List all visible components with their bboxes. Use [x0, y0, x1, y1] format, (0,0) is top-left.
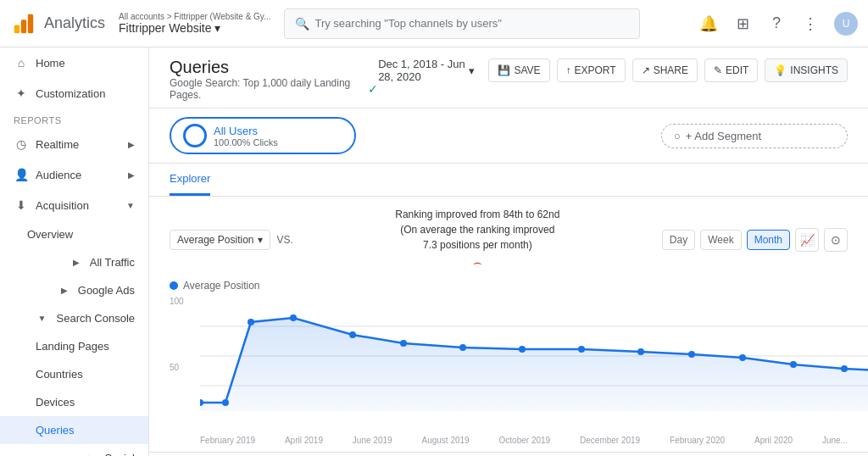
top-bar: Analytics All accounts > Fittripper (Web…: [0, 0, 868, 47]
all-traffic-expand-icon: ▶: [73, 258, 80, 267]
sidebar-item-overview[interactable]: Overview: [0, 220, 148, 248]
edit-button[interactable]: ✎ EDIT: [704, 58, 758, 82]
acquisition-expand-icon: ▼: [126, 201, 135, 210]
sidebar-label-audience: Audience: [36, 169, 81, 181]
sidebar-item-landing-pages[interactable]: Landing Pages: [0, 332, 148, 360]
avatar[interactable]: U: [834, 12, 858, 36]
vs-label: VS.: [277, 234, 293, 246]
sidebar-label-home: Home: [36, 57, 65, 70]
sidebar-label-social: Social: [105, 452, 135, 456]
sidebar-item-customization[interactable]: ✦ Customization: [0, 78, 148, 108]
sidebar-label-all-traffic: All Traffic: [90, 256, 135, 269]
sidebar-label-acquisition: Acquisition: [36, 199, 89, 212]
share-icon: ↗: [642, 64, 650, 76]
sidebar-label-search-console: Search Console: [57, 312, 136, 325]
sidebar-item-all-traffic[interactable]: ▶ All Traffic: [0, 248, 148, 276]
svg-point-18: [790, 361, 797, 368]
sidebar-label-customization: Customization: [36, 87, 105, 100]
all-users-segment[interactable]: All Users 100.00% Clicks: [170, 117, 356, 154]
sidebar-item-acquisition[interactable]: ⬇ Acquisition ▼: [0, 190, 148, 220]
period-week-btn[interactable]: Week: [700, 230, 741, 250]
sidebar-item-social[interactable]: ▶ Social: [0, 444, 148, 456]
search-input[interactable]: [314, 17, 629, 30]
chart-controls: Average Position ▾ VS. Ranking improved …: [170, 207, 848, 273]
sidebar-item-audience[interactable]: 👤 Audience ▶: [0, 159, 148, 190]
add-segment-button[interactable]: ○ + Add Segment: [661, 124, 848, 148]
sidebar-label-countries: Countries: [36, 368, 83, 381]
chart-right-controls: Day Week Month 📈 ⊙: [662, 228, 848, 252]
sidebar-item-realtime[interactable]: ◷ Realtime ▶: [0, 129, 148, 159]
page-header: Queries Google Search: Top 1,000 daily L…: [149, 47, 868, 108]
y-axis: 100 50: [170, 297, 200, 432]
svg-point-7: [222, 399, 229, 406]
insights-icon: 💡: [774, 64, 787, 76]
svg-rect-1: [21, 19, 26, 33]
sidebar-item-home[interactable]: ⌂ Home: [0, 47, 148, 78]
period-day-btn[interactable]: Day: [662, 230, 695, 250]
svg-point-13: [519, 346, 526, 353]
sidebar-label-google-ads: Google Ads: [78, 284, 135, 297]
sidebar-item-countries[interactable]: Countries: [0, 360, 148, 388]
page-subtitle: Google Search: Top 1,000 daily Landing P…: [170, 77, 378, 101]
svg-point-11: [400, 340, 407, 347]
more-icon[interactable]: ⋮: [800, 14, 821, 34]
annotation-text: Ranking improved from 84th to 62nd (On a…: [293, 207, 662, 273]
notification-icon[interactable]: 🔔: [698, 14, 719, 34]
google-ads-expand-icon: ▶: [61, 286, 68, 295]
chart-wrapper: 100 50: [170, 297, 848, 432]
analytics-logo-icon: [10, 10, 37, 37]
layout: ⌂ Home ✦ Customization REPORTS ◷ Realtim…: [0, 47, 868, 456]
account-path: All accounts > Fittripper (Website & Gy.…: [119, 12, 270, 21]
page-title: Queries: [170, 58, 378, 77]
svg-point-10: [349, 331, 356, 338]
chart-section: Average Position ▾ VS. Ranking improved …: [149, 197, 868, 453]
search-bar[interactable]: 🔍: [284, 8, 640, 39]
apps-grid-icon[interactable]: ⊞: [732, 14, 753, 34]
sidebar-item-google-ads[interactable]: ▶ Google Ads: [0, 276, 148, 304]
svg-point-16: [688, 351, 695, 358]
export-icon: ↑: [566, 64, 571, 76]
sidebar-label-realtime: Realtime: [36, 138, 79, 151]
insights-button[interactable]: 💡 INSIGHTS: [765, 58, 848, 82]
svg-point-17: [739, 354, 746, 361]
customization-icon: ✦: [14, 86, 29, 101]
motion-chart-icon[interactable]: ⊙: [824, 228, 848, 252]
save-icon: 💾: [498, 64, 510, 76]
metric-select[interactable]: Average Position ▾: [170, 230, 270, 250]
segment-bar: All Users 100.00% Clicks ○ + Add Segment: [149, 108, 868, 164]
realtime-icon: ◷: [14, 136, 29, 152]
reports-section-label: REPORTS: [0, 108, 148, 129]
tab-explorer[interactable]: Explorer: [170, 164, 210, 196]
add-segment-icon: ○: [674, 130, 681, 142]
annotation-curve-icon: ⌢: [293, 253, 662, 273]
svg-point-9: [290, 314, 297, 321]
home-icon: ⌂: [14, 55, 29, 70]
line-chart-icon[interactable]: 📈: [795, 228, 819, 252]
main-content: Queries Google Search: Top 1,000 daily L…: [149, 47, 868, 456]
dimension-bar: Primary Dimension: Search Query Secondar…: [149, 453, 868, 456]
search-console-expand-icon: ▼: [38, 314, 47, 323]
search-icon: 🔍: [295, 17, 309, 31]
date-range-dropdown-icon: ▾: [469, 64, 475, 77]
svg-point-15: [637, 348, 644, 355]
sidebar-item-devices[interactable]: Devices: [0, 388, 148, 416]
header-actions: Dec 1, 2018 - Jun 28, 2020 ▾ 💾 SAVE ↑ EX…: [378, 58, 848, 83]
chart-legend: Average Position: [170, 280, 848, 292]
save-button[interactable]: 💾 SAVE: [488, 58, 549, 82]
help-icon[interactable]: ?: [766, 14, 787, 34]
account-info: All accounts > Fittripper (Website & Gy.…: [119, 12, 270, 35]
analytics-title: Analytics: [44, 14, 105, 32]
sidebar-item-search-console[interactable]: ▼ Search Console: [0, 304, 148, 332]
export-button[interactable]: ↑ EXPORT: [557, 58, 626, 82]
period-month-btn[interactable]: Month: [747, 230, 790, 250]
explorer-tab-bar: Explorer: [149, 164, 868, 197]
audience-expand-icon: ▶: [128, 170, 135, 180]
dropdown-arrow-icon[interactable]: ▾: [214, 21, 220, 35]
sidebar-label-queries: Queries: [36, 424, 75, 437]
share-button[interactable]: ↗ SHARE: [632, 58, 698, 82]
site-name[interactable]: Fittripper Website ▾: [119, 21, 270, 35]
date-range[interactable]: Dec 1, 2018 - Jun 28, 2020 ▾: [378, 58, 475, 83]
sidebar-item-queries[interactable]: Queries: [0, 416, 148, 444]
segment-circle-icon: [183, 124, 207, 147]
metric-dropdown-icon: ▾: [258, 234, 263, 246]
